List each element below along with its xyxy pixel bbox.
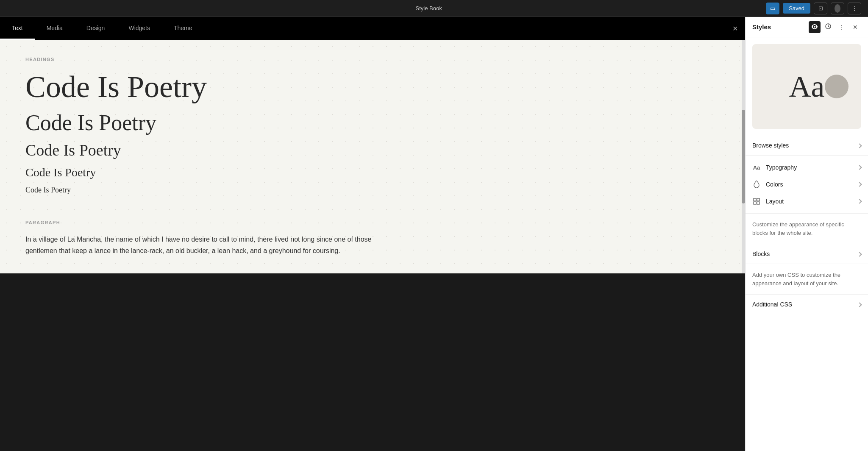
saved-button[interactable]: Saved [783, 3, 810, 14]
tab-design-label: Design [86, 25, 105, 31]
layout-arrow [858, 198, 861, 204]
top-bar-right: ▭ Saved ⊡ ⋮ [766, 3, 861, 14]
template-icon: ⊡ [818, 5, 823, 11]
style-book-content[interactable]: HEADINGS Code Is Poetry Code Is Poetry C… [0, 40, 745, 273]
paragraph-section: PARAGRAPH In a village of La Mancha, the… [25, 220, 720, 256]
monitor-icon: ▭ [770, 5, 775, 11]
tab-text-label: Text [12, 25, 23, 31]
style-book-wrapper: HEADINGS Code Is Poetry Code Is Poetry C… [0, 40, 745, 451]
panel-description-1: Customize the appearance of specific blo… [746, 214, 868, 244]
css-description: Add your own CSS to customize the appear… [746, 264, 868, 294]
style-preview-card: Aa [752, 44, 861, 129]
more-panel-button[interactable]: ⋮ [836, 21, 848, 33]
more-options-btn[interactable]: ⋮ [848, 3, 861, 14]
layout-label: Layout [766, 198, 853, 205]
user-icon-btn[interactable] [831, 3, 844, 14]
additional-css-label: Additional CSS [752, 301, 792, 308]
tab-media-label: Media [47, 25, 63, 31]
paragraph-text: In a village of La Mancha, the name of w… [25, 234, 373, 256]
heading-h2: Code Is Poetry [25, 111, 720, 135]
svg-rect-1 [757, 198, 760, 201]
layout-list-item[interactable]: Layout [746, 193, 868, 210]
tabs-bar: Text Media Design Widgets Theme ✕ [0, 17, 745, 40]
svg-rect-0 [754, 198, 756, 201]
monitor-icon-btn[interactable]: ▭ [766, 3, 779, 14]
close-icon: ✕ [853, 24, 858, 31]
tab-design[interactable]: Design [75, 17, 117, 40]
heading-h5: Code Is Poetry [25, 186, 720, 195]
close-tab-button[interactable]: ✕ [730, 23, 740, 33]
content-inner: HEADINGS Code Is Poetry Code Is Poetry C… [25, 57, 720, 256]
panel-list: Aa Typography Colors [746, 156, 868, 214]
typography-icon: Aa [752, 163, 761, 172]
template-icon-btn[interactable]: ⊡ [814, 3, 827, 14]
top-bar-center: Style Book [415, 5, 442, 11]
close-panel-button[interactable]: ✕ [849, 21, 861, 33]
content-area: Text Media Design Widgets Theme ✕ [0, 17, 745, 451]
headings-label: HEADINGS [25, 57, 720, 62]
browse-styles-label: Browse styles [752, 142, 789, 149]
panel-title: Styles [752, 23, 771, 31]
layout-icon [752, 197, 761, 206]
style-preview-text: Aa [789, 69, 825, 104]
colors-list-item[interactable]: Colors [746, 176, 868, 193]
tab-text[interactable]: Text [0, 17, 35, 40]
svg-rect-3 [757, 202, 760, 204]
more-panel-icon: ⋮ [839, 24, 845, 31]
additional-css-arrow [858, 301, 861, 308]
eye-icon [811, 24, 818, 31]
blocks-row[interactable]: Blocks [746, 244, 868, 264]
history-button[interactable] [822, 21, 834, 33]
colors-arrow [858, 181, 861, 187]
typography-label: Typography [766, 164, 853, 171]
more-icon: ⋮ [852, 5, 857, 11]
colors-icon [752, 180, 761, 189]
right-panel: Styles ⋮ [745, 17, 868, 451]
headings-section: HEADINGS Code Is Poetry Code Is Poetry C… [25, 57, 720, 195]
tab-theme-label: Theme [174, 25, 192, 31]
style-book-label: Style Book [415, 5, 442, 11]
heading-h1: Code Is Poetry [25, 70, 720, 104]
tab-widgets-label: Widgets [128, 25, 150, 31]
tab-media[interactable]: Media [35, 17, 75, 40]
panel-header-actions: ⋮ ✕ [809, 21, 861, 33]
browse-styles-arrow [858, 142, 861, 149]
typography-list-item[interactable]: Aa Typography [746, 159, 868, 176]
heading-h4: Code Is Poetry [25, 166, 720, 179]
browse-styles-row[interactable]: Browse styles [746, 136, 868, 156]
top-bar: Style Book ▭ Saved ⊡ ⋮ [0, 0, 868, 17]
user-avatar-icon [835, 4, 840, 13]
history-icon [825, 23, 831, 31]
blocks-arrow [858, 250, 861, 258]
style-preview-circle [825, 75, 849, 98]
typography-arrow [858, 164, 861, 170]
panel-header: Styles ⋮ [746, 17, 868, 37]
additional-css-row[interactable]: Additional CSS [746, 294, 868, 314]
heading-h3: Code Is Poetry [25, 142, 720, 159]
scrollbar-thumb[interactable] [742, 110, 745, 203]
svg-rect-2 [754, 202, 756, 204]
colors-label: Colors [766, 181, 853, 188]
main-layout: Text Media Design Widgets Theme ✕ [0, 17, 868, 451]
scrollbar-track[interactable] [742, 40, 745, 273]
blocks-label: Blocks [752, 251, 770, 257]
paragraph-label: PARAGRAPH [25, 220, 720, 225]
tab-theme[interactable]: Theme [162, 17, 204, 40]
tab-widgets[interactable]: Widgets [117, 17, 162, 40]
eye-button[interactable] [809, 21, 821, 33]
